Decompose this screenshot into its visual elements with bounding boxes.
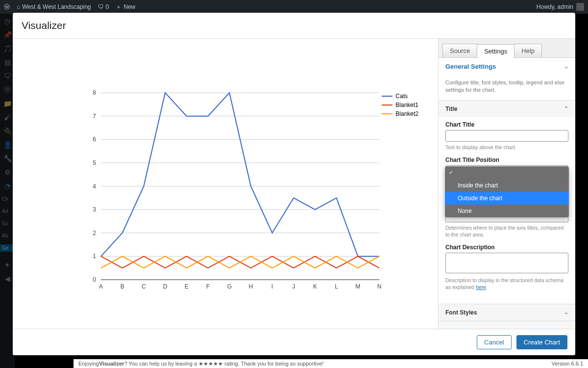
svg-text:2: 2 — [93, 230, 96, 237]
comments-link[interactable]: 🗨 0 — [98, 3, 109, 10]
legend-item[interactable]: Cats — [382, 93, 418, 100]
svg-text:E: E — [185, 283, 189, 290]
cancel-button[interactable]: Cancel — [477, 335, 511, 349]
svg-text:A: A — [99, 283, 103, 290]
svg-text:J: J — [292, 283, 295, 290]
svg-text:B: B — [121, 283, 124, 290]
svg-text:M: M — [355, 283, 360, 290]
chart-title-input[interactable] — [445, 130, 568, 142]
svg-text:7: 7 — [93, 113, 96, 120]
site-name: West & West Landscaping — [22, 3, 91, 10]
svg-text:0: 0 — [93, 276, 96, 283]
comments-count: 0 — [106, 3, 109, 10]
home-icon: ⌂ — [17, 3, 20, 10]
chart-legend: CatsBlanket1Blanket2 — [382, 93, 418, 119]
site-home-link[interactable]: ⌂ West & West Landscaping — [17, 3, 91, 10]
dropdown-option[interactable] — [445, 166, 569, 179]
svg-text:D: D — [163, 283, 168, 290]
footer-banner: Enjoying Visualizer ? You can help us by… — [74, 359, 588, 368]
chart-title-position-label: Chart Title Position — [445, 157, 568, 163]
tab-settings[interactable]: Settings — [477, 44, 514, 58]
svg-text:L: L — [335, 283, 338, 290]
chart-description-textarea[interactable] — [445, 253, 568, 273]
chevron-down-icon: ⌄ — [564, 309, 568, 315]
dropdown-option[interactable]: Outside the chart — [445, 192, 569, 205]
sidebar-tabs: Source Settings Help — [439, 39, 575, 58]
desc-help-text: Description to display in the structured… — [445, 277, 564, 290]
visualizer-modal: Visualizer 012345678ABCDEFGHIJKLMN CatsB… — [13, 13, 575, 355]
svg-text:C: C — [142, 283, 146, 290]
tab-help[interactable]: Help — [514, 44, 542, 57]
legend-item[interactable]: Blanket1 — [382, 102, 418, 108]
dropdown-option[interactable]: Inside the chart — [445, 179, 569, 192]
font-styles-section-header[interactable]: Font Styles ⌄ — [439, 304, 575, 321]
plus-icon: ＋ — [116, 3, 122, 11]
svg-text:F: F — [206, 283, 210, 290]
legend-item[interactable]: Blanket2 — [382, 110, 418, 117]
svg-text:I: I — [271, 283, 273, 290]
svg-text:8: 8 — [93, 89, 96, 96]
dropdown-option[interactable]: None — [445, 205, 569, 217]
chevron-down-icon: ⌄ — [564, 63, 568, 70]
banner-plugin-name: Visualizer — [99, 361, 124, 367]
new-label: New — [123, 3, 135, 10]
svg-text:H: H — [249, 283, 253, 290]
chart-title-help: Text to display above the chart. — [445, 144, 568, 151]
general-settings-header[interactable]: General Settings ⌄ — [439, 58, 575, 75]
chevron-up-icon: ⌃ — [564, 105, 568, 112]
wp-admin-bar: ⓦ ⌂ West & West Landscaping 🗨 0 ＋ New Ho… — [0, 0, 588, 14]
wp-version: Version 6.6.1 — [552, 361, 583, 367]
svg-text:4: 4 — [93, 183, 96, 190]
axes-titles-position-help: Determines where to place the axis title… — [445, 224, 568, 238]
chart-title-position-dropdown: Inside the chartOutside the chartNone — [445, 166, 569, 217]
svg-text:1: 1 — [93, 253, 96, 260]
title-section-label: Title — [445, 105, 457, 112]
chart-preview-pane: 012345678ABCDEFGHIJKLMN CatsBlanket1Blan… — [13, 39, 438, 329]
banner-text: Enjoying — [78, 361, 99, 367]
desc-help-link[interactable]: here — [476, 284, 486, 290]
chart-description-help: Description to display in the structured… — [445, 277, 568, 290]
svg-text:K: K — [313, 283, 317, 290]
tab-source[interactable]: Source — [442, 44, 477, 57]
modal-title: Visualizer — [13, 13, 575, 39]
svg-text:N: N — [377, 283, 382, 290]
wp-logo-icon[interactable]: ⓦ — [4, 3, 10, 11]
settings-sidebar: Source Settings Help General Settings ⌄ … — [438, 39, 575, 329]
comment-icon: 🗨 — [98, 3, 104, 10]
font-styles-label: Font Styles — [445, 309, 477, 316]
svg-text:6: 6 — [93, 136, 96, 143]
general-settings-desc: Configure title, font styles, tooltip, l… — [439, 75, 575, 100]
avatar[interactable] — [576, 3, 584, 11]
general-settings-label: General Settings — [445, 63, 496, 70]
svg-text:G: G — [227, 283, 231, 290]
title-section-header[interactable]: Title ⌃ — [439, 101, 575, 117]
chart-description-label: Chart Description — [445, 244, 568, 251]
banner-text: ? You can help us by leaving a ★★★★★ rat… — [124, 361, 323, 367]
chart-title-label: Chart Title — [445, 121, 568, 128]
svg-text:5: 5 — [93, 159, 96, 166]
howdy-text[interactable]: Howdy, admin — [537, 3, 573, 10]
line-chart: 012345678ABCDEFGHIJKLMN — [13, 39, 438, 329]
svg-text:3: 3 — [93, 206, 96, 213]
new-link[interactable]: ＋ New — [116, 3, 135, 11]
create-chart-button[interactable]: Create Chart — [516, 335, 567, 349]
